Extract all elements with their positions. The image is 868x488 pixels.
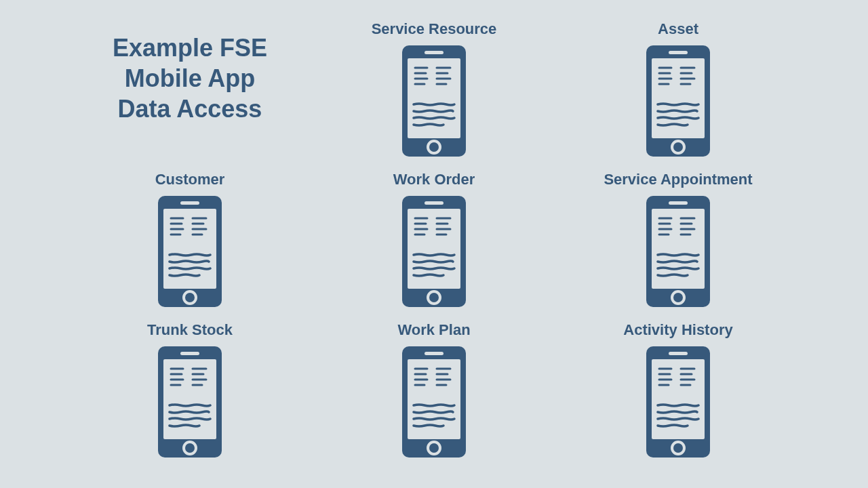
item-label: Activity History — [583, 321, 773, 339]
phone-icon — [644, 194, 712, 312]
item-label: Customer — [95, 171, 285, 188]
phone-icon — [156, 344, 224, 462]
item-trunk-stock: Trunk Stock — [95, 321, 285, 462]
phone-icon — [644, 43, 712, 161]
diagram-title: Example FSE Mobile App Data Access — [95, 33, 285, 124]
title-line-2: Mobile App — [95, 63, 285, 94]
item-label: Service Appointment — [583, 171, 773, 188]
item-label: Service Resource — [339, 20, 529, 38]
phone-icon — [156, 194, 224, 312]
item-customer: Customer — [95, 171, 285, 312]
phone-icon — [400, 43, 468, 161]
item-service-resource: Service Resource — [339, 20, 529, 161]
item-asset: Asset — [583, 20, 773, 161]
title-line-3: Data Access — [95, 94, 285, 124]
item-label: Work Order — [339, 171, 529, 188]
item-activity-history: Activity History — [583, 321, 773, 462]
item-service-appointment: Service Appointment — [583, 171, 773, 312]
item-work-order: Work Order — [339, 171, 529, 312]
title-line-1: Example FSE — [95, 33, 285, 63]
item-label: Work Plan — [339, 321, 529, 339]
item-label: Asset — [583, 20, 773, 38]
item-work-plan: Work Plan — [339, 321, 529, 462]
phone-icon — [644, 344, 712, 462]
phone-icon — [400, 344, 468, 462]
phone-icon — [400, 194, 468, 312]
item-label: Trunk Stock — [95, 321, 285, 339]
